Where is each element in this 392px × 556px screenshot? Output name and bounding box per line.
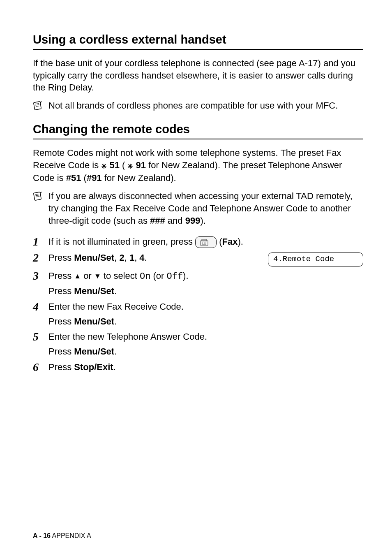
text: or	[81, 271, 94, 281]
svg-point-24	[205, 243, 206, 244]
text: ,	[134, 253, 139, 263]
menu-set: Menu/Set	[74, 253, 114, 263]
step-number: 5	[33, 331, 42, 343]
text: Enter the new Telephone Answer Code.	[48, 331, 363, 343]
code: 51	[107, 160, 120, 170]
svg-rect-12	[34, 192, 42, 201]
text: Press	[48, 316, 74, 327]
lcd-display: 4.Remote Code	[268, 253, 363, 266]
note-text-disconnect: If you are always disconnected when acce…	[48, 190, 363, 227]
code: ###	[150, 215, 165, 226]
page-footer: A - 16 APPENDIX A	[33, 532, 91, 540]
step-content: Enter the new Fax Receive Code. Press Me…	[48, 301, 363, 327]
code: #91	[87, 173, 102, 183]
svg-line-14	[36, 195, 39, 196]
svg-point-19	[202, 242, 203, 243]
step-5: 5 Enter the new Telephone Answer Code. P…	[33, 331, 363, 357]
text: Enter the new Fax Receive Code.	[48, 301, 363, 313]
text: ).	[238, 236, 243, 247]
text: and	[165, 215, 185, 226]
text: (	[120, 160, 128, 170]
key: 2	[119, 253, 124, 263]
text: for New Zealand).	[102, 173, 176, 183]
text: Press	[48, 271, 74, 281]
note-text-compatibility: Not all brands of cordless phones are co…	[48, 100, 338, 112]
step-content: Press ▲ or ▼ to select On (or Off). Pres…	[48, 270, 363, 297]
menu-set: Menu/Set	[74, 346, 114, 357]
step-3: 3 Press ▲ or ▼ to select On (or Off). Pr…	[33, 270, 363, 297]
svg-line-1	[35, 104, 39, 104]
star-icon	[101, 160, 107, 172]
step-6: 6 Press Stop/Exit.	[33, 361, 363, 374]
para-cordless-intro: If the base unit of your cordless teleph…	[33, 57, 363, 94]
fax-button-icon	[195, 236, 217, 248]
step-1: 1 If it is not illuminated in green, pre…	[33, 236, 363, 248]
on-option: On	[140, 271, 150, 282]
menu-set: Menu/Set	[74, 316, 114, 327]
svg-line-2	[36, 105, 39, 106]
step-4: 4 Enter the new Fax Receive Code. Press …	[33, 301, 363, 327]
arrow-down-icon: ▼	[94, 272, 101, 280]
step-2: 2 4.Remote Code Press Menu/Set, 2, 1, 4.	[33, 252, 363, 266]
text: .	[145, 253, 147, 263]
off-option: Off	[167, 271, 183, 282]
text: ).	[200, 215, 205, 226]
svg-point-21	[205, 242, 206, 243]
arrow-up-icon: ▲	[74, 272, 81, 280]
text: .	[114, 346, 117, 357]
svg-line-13	[35, 194, 39, 195]
text: Press	[48, 286, 74, 296]
heading-remote-codes: Changing the remote codes	[33, 123, 363, 139]
key: 1	[129, 253, 134, 263]
text: .	[114, 316, 117, 327]
step-number: 6	[33, 361, 42, 374]
steps-list: 1 If it is not illuminated in green, pre…	[33, 236, 363, 373]
step-number: 1	[33, 236, 42, 248]
para-remote-intro: Remote Codes might not work with some te…	[33, 147, 363, 184]
menu-set: Menu/Set	[74, 286, 114, 296]
step-number: 4	[33, 301, 42, 313]
text: (	[81, 173, 86, 183]
fax-label: Fax	[222, 236, 238, 247]
page-number: A - 16	[33, 532, 51, 539]
svg-point-22	[202, 243, 203, 244]
stop-exit: Stop/Exit	[74, 362, 113, 372]
text: Press	[48, 362, 74, 372]
note-row-compatibility: Not all brands of cordless phones are co…	[33, 100, 363, 113]
appendix-label: APPENDIX A	[51, 532, 91, 539]
text: .	[113, 362, 116, 372]
code: 999	[185, 215, 201, 226]
svg-point-20	[204, 242, 205, 243]
text: ,	[114, 253, 119, 263]
code: 91	[133, 160, 146, 170]
heading-cordless-handset: Using a cordless external handset	[33, 33, 363, 50]
key: 4	[139, 253, 144, 263]
svg-point-23	[204, 243, 205, 244]
text: Press	[48, 346, 74, 357]
text: to select	[101, 271, 140, 281]
text: (	[219, 236, 222, 247]
step-number: 3	[33, 270, 42, 283]
svg-line-15	[36, 197, 39, 197]
note-row-disconnect: If you are always disconnected when acce…	[33, 190, 363, 227]
step-content: Enter the new Telephone Answer Code. Pre…	[48, 331, 363, 357]
note-icon	[33, 100, 44, 113]
text: ).	[183, 271, 188, 281]
code: #51	[66, 173, 81, 183]
note-icon	[33, 191, 44, 203]
svg-line-3	[36, 106, 39, 107]
step-content: 4.Remote Code Press Menu/Set, 2, 1, 4.	[48, 252, 363, 266]
star-icon	[127, 160, 133, 172]
text: (or	[150, 271, 166, 281]
step-content: If it is not illuminated in green, press…	[48, 236, 363, 248]
step-content: Press Stop/Exit.	[48, 361, 363, 373]
text: ,	[125, 253, 129, 263]
text: .	[114, 286, 117, 296]
text: If it is not illuminated in green, press	[48, 236, 195, 247]
text: Press	[48, 253, 74, 263]
step-number: 2	[33, 252, 42, 264]
svg-rect-0	[34, 102, 42, 110]
svg-rect-17	[202, 239, 207, 241]
